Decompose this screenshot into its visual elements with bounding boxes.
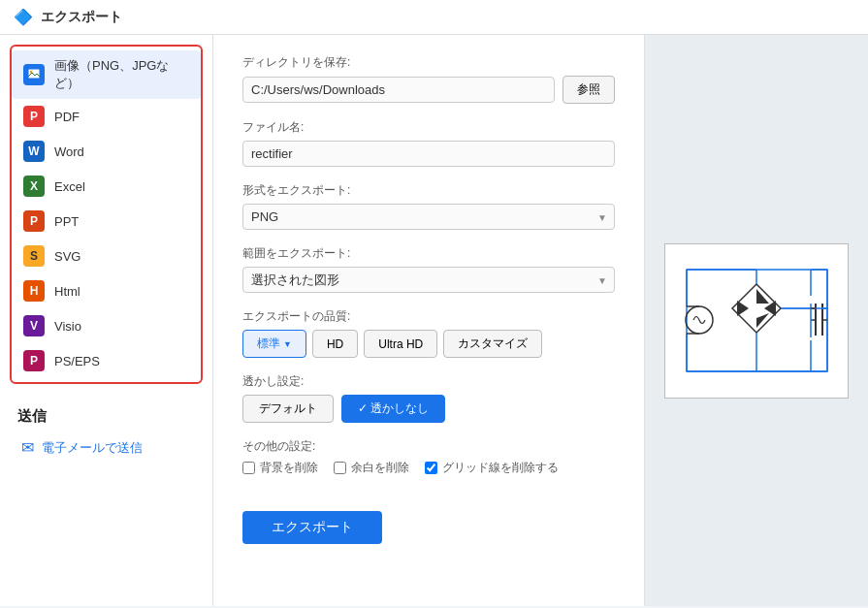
left-panel: 画像（PNG、JPGなど） P PDF W Word X Excel P PPT — [0, 35, 213, 606]
watermark-group: 透かし設定: デフォルト ✓透かしなし — [242, 373, 615, 423]
quality-custom-button[interactable]: カスタマイズ — [443, 330, 542, 358]
watermark-row: デフォルト ✓透かしなし — [242, 395, 615, 423]
excel-icon: X — [23, 176, 45, 197]
checkbox-bg-remove-input[interactable] — [242, 462, 255, 474]
quality-hd-label: HD — [327, 337, 343, 351]
quality-standard-label: 標準 — [257, 336, 280, 352]
form-panel: ディレクトリを保存: 参照 ファイル名: 形式をエクスポート: PNG JPG … — [213, 35, 645, 606]
export-section: 画像（PNG、JPGなど） P PDF W Word X Excel P PPT — [10, 45, 203, 384]
dialog-header: 🔷 エクスポート — [0, 0, 868, 35]
preview-panel — [645, 35, 868, 606]
scope-select[interactable]: 選択された図形 全体 ページ — [242, 267, 615, 293]
menu-item-pdf[interactable]: P PDF — [12, 99, 201, 134]
ps-icon: P — [23, 350, 45, 371]
watermark-default-button[interactable]: デフォルト — [242, 395, 334, 423]
word-icon: W — [23, 141, 45, 162]
menu-label-excel: Excel — [54, 179, 85, 194]
checkbox-margin-remove-input[interactable] — [334, 462, 346, 474]
browse-button[interactable]: 参照 — [563, 76, 615, 104]
menu-label-html: Html — [54, 284, 80, 299]
send-section-heading: 送信 — [10, 398, 203, 432]
directory-group: ディレクトリを保存: 参照 — [242, 54, 615, 104]
menu-item-word[interactable]: W Word — [12, 134, 201, 169]
quality-ultrahd-button[interactable]: Ultra HD — [364, 330, 437, 358]
menu-item-image[interactable]: 画像（PNG、JPGなど） — [12, 50, 201, 99]
menu-label-visio: Visio — [54, 319, 81, 334]
checkbox-bg-remove-label: 背景を削除 — [260, 460, 318, 476]
quality-standard-button[interactable]: 標準 ▼ — [242, 330, 306, 358]
quality-label: エクスポートの品質: — [242, 308, 615, 325]
quality-row: 標準 ▼ HD Ultra HD カスタマイズ — [242, 330, 615, 358]
menu-item-svg[interactable]: S SVG — [12, 239, 201, 273]
watermark-none-label: 透かしなし — [370, 401, 429, 415]
quality-ultrahd-label: Ultra HD — [378, 337, 423, 351]
checkbox-grid-remove[interactable]: グリッド線を削除する — [425, 460, 559, 476]
other-settings-label: その他の設定: — [242, 438, 615, 455]
email-item[interactable]: ✉ 電子メールで送信 — [10, 432, 203, 464]
scope-select-wrapper: 選択された図形 全体 ページ ▼ — [242, 267, 615, 293]
filename-label: ファイル名: — [242, 119, 615, 136]
checkbox-margin-remove[interactable]: 余白を削除 — [334, 460, 409, 476]
scope-label: 範囲をエクスポート: — [242, 245, 615, 262]
watermark-none-button[interactable]: ✓透かしなし — [341, 395, 445, 423]
pdf-icon: P — [23, 106, 45, 127]
quality-group: エクスポートの品質: 標準 ▼ HD Ultra HD カスタマイズ — [242, 308, 615, 358]
format-select[interactable]: PNG JPG BMP SVG PDF — [242, 204, 615, 230]
menu-item-ps[interactable]: P PS/EPS — [12, 343, 201, 378]
svg-line-7 — [732, 284, 756, 308]
format-label: 形式をエクスポート: — [242, 182, 615, 199]
menu-label-svg: SVG — [54, 249, 80, 264]
watermark-none-check-icon: ✓ — [358, 401, 368, 415]
scope-group: 範囲をエクスポート: 選択された図形 全体 ページ ▼ — [242, 245, 615, 293]
html-icon: H — [23, 280, 45, 302]
preview-canvas — [664, 243, 849, 399]
quality-custom-label: カスタマイズ — [458, 336, 528, 352]
image-icon — [23, 64, 45, 85]
quality-hd-button[interactable]: HD — [312, 330, 358, 358]
checkbox-margin-remove-label: 余白を削除 — [351, 460, 409, 476]
dialog-title: エクスポート — [41, 9, 122, 26]
watermark-label: 透かし設定: — [242, 373, 615, 390]
header-icon: 🔷 — [14, 8, 33, 26]
quality-standard-arrow-icon: ▼ — [283, 339, 292, 349]
checkbox-row: 背景を削除 余白を削除 グリッド線を削除する — [242, 460, 615, 476]
other-settings-group: その他の設定: 背景を削除 余白を削除 グリッド線を削除する — [242, 438, 615, 476]
directory-input[interactable] — [242, 77, 555, 103]
email-label: 電子メールで送信 — [42, 439, 143, 457]
menu-label-ppt: PPT — [54, 214, 79, 229]
ppt-icon: P — [23, 210, 45, 232]
menu-item-html[interactable]: H Html — [12, 273, 201, 308]
circuit-diagram — [672, 250, 842, 391]
svg-rect-0 — [28, 69, 40, 79]
checkbox-grid-remove-label: グリッド線を削除する — [442, 460, 559, 476]
menu-label-ps: PS/EPS — [54, 354, 100, 368]
export-button[interactable]: エクスポート — [242, 511, 382, 544]
watermark-default-label: デフォルト — [259, 401, 317, 415]
checkbox-grid-remove-input[interactable] — [425, 462, 437, 474]
directory-label: ディレクトリを保存: — [242, 54, 615, 71]
menu-label-word: Word — [54, 144, 84, 159]
visio-icon: V — [23, 315, 45, 336]
svg-marker-12 — [737, 301, 749, 316]
filename-group: ファイル名: — [242, 119, 615, 167]
menu-label-pdf: PDF — [54, 110, 80, 124]
menu-item-visio[interactable]: V Visio — [12, 308, 201, 343]
filename-input[interactable] — [242, 141, 615, 167]
email-icon: ✉ — [21, 438, 34, 457]
format-select-wrapper: PNG JPG BMP SVG PDF ▼ — [242, 204, 615, 230]
svg-icon: S — [23, 245, 45, 267]
menu-item-ppt[interactable]: P PPT — [12, 204, 201, 239]
checkbox-bg-remove[interactable]: 背景を削除 — [242, 460, 318, 476]
svg-line-6 — [732, 308, 756, 333]
dialog-body: 画像（PNG、JPGなど） P PDF W Word X Excel P PPT — [0, 35, 868, 606]
menu-item-excel[interactable]: X Excel — [12, 169, 201, 204]
path-row: 参照 — [242, 76, 615, 104]
menu-label-image: 画像（PNG、JPGなど） — [54, 57, 189, 92]
format-group: 形式をエクスポート: PNG JPG BMP SVG PDF ▼ — [242, 182, 615, 230]
